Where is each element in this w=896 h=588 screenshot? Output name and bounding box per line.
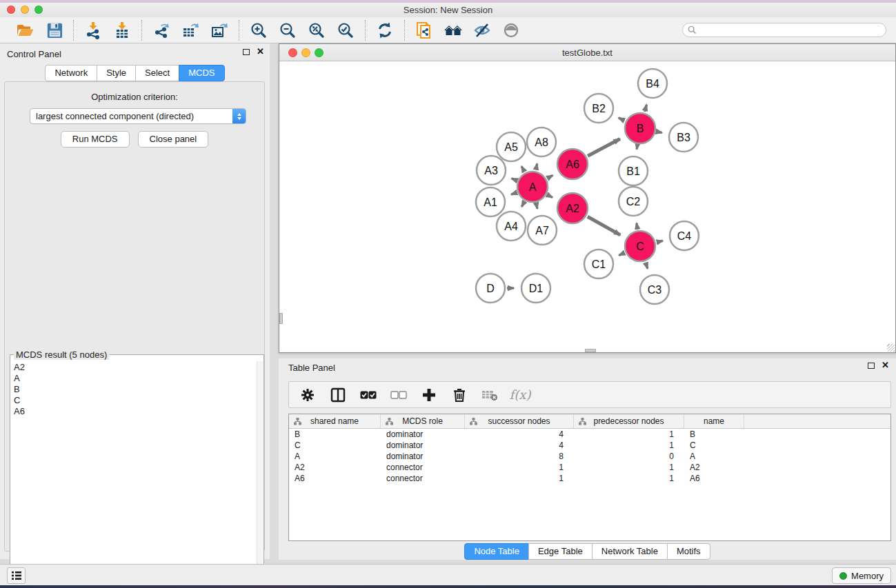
graph-edge-A-A7[interactable] [536,203,537,208]
graph-edge-B-B2[interactable] [619,118,625,121]
copy-network-icon[interactable] [412,19,437,41]
graph-edge-A2-C[interactable] [588,216,620,235]
graph-edge-C-C2[interactable] [637,223,637,230]
export-table-icon[interactable] [178,19,203,41]
horizontal-scrollbar-thumb[interactable] [585,349,596,352]
table-cell[interactable]: A6 [684,474,744,483]
zoom-in-icon[interactable] [246,19,271,41]
column-header-shared-name[interactable]: shared name [289,414,381,428]
table-cell[interactable]: 8 [465,452,574,461]
table-cell[interactable]: 4 [465,429,574,439]
optimization-criterion-select[interactable]: largest connected component (directed) [30,108,246,124]
tab-network-table[interactable]: Network Table [592,543,668,560]
graph-edge-A-A3[interactable] [512,179,517,181]
graph-edge-C-C3[interactable] [646,263,648,269]
columns-icon[interactable] [328,385,348,405]
vertical-scrollbar-thumb[interactable] [279,313,283,324]
column-header-successor-nodes[interactable]: successor nodes [465,414,574,428]
result-item[interactable]: B [12,384,257,395]
close-panel-icon[interactable]: ✕ [257,48,264,55]
result-item[interactable]: A2 [12,362,257,373]
gear-icon[interactable] [297,385,318,405]
export-image-icon[interactable] [207,19,232,41]
table-cell[interactable]: 4 [465,440,574,450]
delete-column-icon[interactable] [449,385,470,405]
graph-edge-A6-B[interactable] [588,139,620,156]
graph-edge-C-C4[interactable] [657,241,663,242]
graph-edge-B-B1[interactable] [637,145,637,150]
table-cell[interactable]: A2 [684,463,744,472]
table-row[interactable]: A2connector11A2 [289,462,890,473]
graph-edge-A-A2[interactable] [548,195,552,198]
tab-motifs[interactable]: Motifs [667,543,710,560]
import-network-icon[interactable] [81,19,106,41]
table-cell[interactable]: dominator [381,452,465,461]
float-table-panel-icon[interactable] [868,363,875,369]
memory-button[interactable]: Memory [832,567,891,584]
close-window-icon[interactable] [7,6,15,14]
table-cell[interactable]: 1 [465,463,574,472]
zoom-selected-icon[interactable] [333,19,358,41]
close-panel-button[interactable]: Close panel [138,131,209,148]
zoom-window-icon[interactable] [34,6,43,14]
table-row[interactable]: Cdominator41C [289,440,890,451]
open-session-icon[interactable] [12,19,37,41]
minimize-window-icon[interactable] [21,6,29,14]
table-cell[interactable]: dominator [381,429,465,439]
result-item[interactable]: C [12,395,257,406]
resize-grip[interactable] [887,344,895,352]
zoom-out-icon[interactable] [275,19,300,41]
deselect-all-icon[interactable] [388,385,409,405]
graph-edge-A-A1[interactable] [511,192,516,194]
select-all-icon[interactable] [358,385,379,405]
graph-edge-B-B3[interactable] [657,132,661,132]
table-cell[interactable]: dominator [381,440,465,450]
table-cell[interactable]: 0 [574,452,684,461]
table-cell[interactable]: 1 [574,429,684,439]
network-zoom-icon[interactable] [315,48,323,57]
table-cell[interactable]: A6 [289,474,381,483]
table-cell[interactable]: C [289,440,381,450]
table-cell[interactable]: 1 [574,474,684,483]
table-cell[interactable]: C [684,440,744,450]
first-neighbors-icon[interactable] [441,19,466,41]
network-close-icon[interactable] [288,48,297,57]
result-item[interactable]: A6 [12,406,257,417]
tab-mcds[interactable]: MCDS [179,65,224,81]
table-cell[interactable]: 1 [574,440,684,450]
add-column-icon[interactable] [419,385,439,405]
table-cell[interactable]: connector [381,474,465,483]
table-cell[interactable]: 1 [465,474,574,483]
table-cell[interactable]: B [684,429,744,439]
save-session-icon[interactable] [41,19,66,41]
hide-selected-icon[interactable] [470,19,495,41]
graph-edge-C-C1[interactable] [619,253,624,255]
table-row[interactable]: A6connector11A6 [289,473,890,484]
column-header-MCDS-role[interactable]: MCDS role [381,414,465,428]
table-row[interactable]: Bdominator41B [289,429,890,440]
tab-edge-table[interactable]: Edge Table [528,543,593,560]
table-cell[interactable]: connector [381,463,465,472]
result-item[interactable]: A [12,373,257,384]
task-history-button[interactable] [7,567,26,584]
network-minimize-icon[interactable] [301,48,310,57]
table-cell[interactable]: A [289,452,381,461]
table-cell[interactable]: B [289,429,381,439]
graph-edge-A-A5[interactable] [521,166,524,172]
table-row[interactable]: Adominator80A [289,451,890,462]
import-table-icon[interactable] [110,19,135,41]
search-input[interactable] [682,23,886,37]
column-header-predecessor-nodes[interactable]: predecessor nodes [574,414,684,428]
close-table-panel-icon[interactable]: ✕ [882,362,889,369]
table-cell[interactable]: 1 [574,463,684,472]
tab-network[interactable]: Network [45,65,97,81]
show-all-icon[interactable] [499,19,524,41]
zoom-fit-icon[interactable] [304,19,329,41]
network-canvas[interactable]: B4B2BB3A8A5A6A3B1AA1C2A2A4A7C4CC1C3DD1 [279,61,895,352]
graph-edge-A-A4[interactable] [521,202,524,207]
export-network-icon[interactable] [149,19,174,41]
result-scrollbar[interactable] [257,361,263,587]
tab-select[interactable]: Select [135,65,179,81]
graph-edge-A-A8[interactable] [536,163,537,170]
tab-style[interactable]: Style [97,65,136,81]
